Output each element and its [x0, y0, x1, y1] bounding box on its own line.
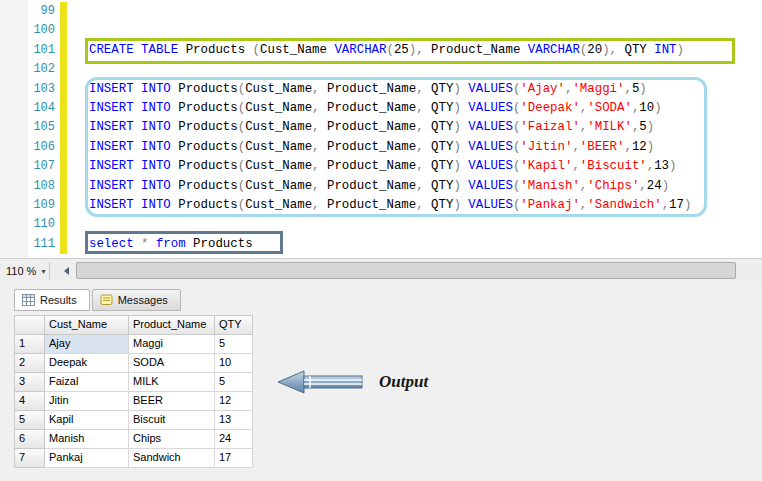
- editor-line[interactable]: 100: [0, 21, 762, 40]
- grid-cell[interactable]: Sandwich: [129, 449, 215, 468]
- grid-cell[interactable]: 17: [215, 449, 253, 468]
- editor-line[interactable]: 107INSERT INTO Products(Cust_Name, Produ…: [0, 157, 762, 176]
- code-token: Products: [186, 237, 253, 251]
- grid-cell[interactable]: 13: [215, 411, 253, 430]
- row-number[interactable]: 2: [15, 354, 45, 373]
- change-tracking-strip: [60, 118, 67, 137]
- editor-line[interactable]: 110: [0, 215, 762, 234]
- scrollbar-thumb[interactable]: [76, 262, 736, 279]
- code-token: TABLE: [141, 43, 178, 57]
- code-token: Product_Name: [327, 198, 416, 212]
- column-header-product-name[interactable]: Product_Name: [129, 316, 215, 335]
- code-token: Product_Name: [327, 120, 416, 134]
- code-token: ): [677, 43, 684, 57]
- code-token: Products: [171, 159, 238, 173]
- code-token: CREATE: [89, 43, 134, 57]
- grid-cell[interactable]: Ajay: [45, 335, 129, 354]
- code-token: Product_Name: [327, 159, 416, 173]
- grid-cell[interactable]: Kapil: [45, 411, 129, 430]
- zoom-dropdown-caret-icon[interactable]: ▾: [41, 267, 45, 276]
- code-token: ): [453, 198, 468, 212]
- tab-results[interactable]: Results: [14, 289, 90, 311]
- code-token: 'Faizal': [520, 120, 580, 134]
- grid-cell[interactable]: BEER: [129, 392, 215, 411]
- code-token: 5: [639, 120, 646, 134]
- editor-line[interactable]: 109INSERT INTO Products(Cust_Name, Produ…: [0, 196, 762, 215]
- column-header-cust-name[interactable]: Cust_Name: [45, 316, 129, 335]
- scroll-left-arrow-icon: [64, 267, 69, 275]
- table-row: 1AjayMaggi5: [15, 335, 253, 354]
- code-token: ): [453, 101, 468, 115]
- code-token: Cust_Name: [245, 120, 312, 134]
- row-number[interactable]: 4: [15, 392, 45, 411]
- code-token: Cust_Name: [245, 159, 312, 173]
- code-token: ,: [416, 82, 431, 96]
- table-row: 6ManishChips24: [15, 430, 253, 449]
- zoom-control[interactable]: 110 % ▾: [2, 262, 50, 280]
- grid-corner-header[interactable]: [15, 316, 45, 335]
- grid-cell[interactable]: MILK: [129, 373, 215, 392]
- line-number: 111: [0, 235, 58, 254]
- tab-results-label: Results: [40, 294, 77, 306]
- row-number[interactable]: 1: [15, 335, 45, 354]
- code-text: INSERT INTO Products(Cust_Name, Product_…: [89, 157, 677, 176]
- editor-line[interactable]: 103INSERT INTO Products(Cust_Name, Produ…: [0, 80, 762, 99]
- code-token: [149, 237, 156, 251]
- code-token: ,: [572, 140, 579, 154]
- scroll-left-button[interactable]: [58, 262, 75, 279]
- grid-cell[interactable]: 12: [215, 392, 253, 411]
- change-tracking-strip: [60, 2, 67, 21]
- code-token: INTO: [141, 101, 171, 115]
- grid-cell[interactable]: 24: [215, 430, 253, 449]
- grid-cell[interactable]: Faizal: [45, 373, 129, 392]
- code-token: INSERT: [89, 120, 134, 134]
- editor-lines: 99100101CREATE TABLE Products (Cust_Name…: [0, 0, 762, 254]
- code-token: Products: [171, 120, 238, 134]
- editor-line[interactable]: 101CREATE TABLE Products (Cust_Name VARC…: [0, 41, 762, 60]
- sql-editor[interactable]: 99100101CREATE TABLE Products (Cust_Name…: [0, 0, 762, 258]
- editor-line[interactable]: 106INSERT INTO Products(Cust_Name, Produ…: [0, 138, 762, 157]
- code-token: ,: [312, 101, 327, 115]
- code-token: Cust_Name: [260, 43, 334, 57]
- grid-cell[interactable]: Deepak: [45, 354, 129, 373]
- grid-cell[interactable]: Maggi: [129, 335, 215, 354]
- column-header-qty[interactable]: QTY: [215, 316, 253, 335]
- grid-cell[interactable]: Pankaj: [45, 449, 129, 468]
- grid-cell[interactable]: 5: [215, 335, 253, 354]
- horizontal-scrollbar[interactable]: [58, 262, 758, 279]
- code-token: 13: [654, 159, 669, 173]
- grid-cell[interactable]: 5: [215, 373, 253, 392]
- line-number: 99: [0, 2, 58, 21]
- grid-cell[interactable]: Jitin: [45, 392, 129, 411]
- editor-line[interactable]: 99: [0, 2, 762, 21]
- code-token: VALUES: [468, 179, 513, 193]
- row-number[interactable]: 6: [15, 430, 45, 449]
- code-token: 'Ajay': [520, 82, 565, 96]
- editor-line[interactable]: 102: [0, 60, 762, 79]
- grid-cell[interactable]: 10: [215, 354, 253, 373]
- code-token: [134, 120, 141, 134]
- code-token: Product_Name: [327, 82, 416, 96]
- tab-messages[interactable]: Messages: [92, 289, 181, 311]
- grid-cell[interactable]: Chips: [129, 430, 215, 449]
- code-token: VALUES: [468, 101, 513, 115]
- code-token: ): [453, 82, 468, 96]
- code-token: (: [386, 43, 393, 57]
- code-token: Products: [171, 198, 238, 212]
- editor-line[interactable]: 111select * from Products: [0, 235, 762, 254]
- code-token: Products: [171, 101, 238, 115]
- row-number[interactable]: 5: [15, 411, 45, 430]
- grid-cell[interactable]: Biscuit: [129, 411, 215, 430]
- code-text: CREATE TABLE Products (Cust_Name VARCHAR…: [89, 41, 684, 60]
- row-number[interactable]: 3: [15, 373, 45, 392]
- row-number[interactable]: 7: [15, 449, 45, 468]
- editor-line[interactable]: 104INSERT INTO Products(Cust_Name, Produ…: [0, 99, 762, 118]
- grid-cell[interactable]: Manish: [45, 430, 129, 449]
- code-token: 'Chips': [587, 179, 639, 193]
- code-token: [134, 237, 141, 251]
- grid-cell[interactable]: SODA: [129, 354, 215, 373]
- editor-line[interactable]: 108INSERT INTO Products(Cust_Name, Produ…: [0, 177, 762, 196]
- change-tracking-strip: [60, 196, 67, 215]
- editor-line[interactable]: 105INSERT INTO Products(Cust_Name, Produ…: [0, 118, 762, 137]
- zoom-level: 110 %: [6, 265, 36, 277]
